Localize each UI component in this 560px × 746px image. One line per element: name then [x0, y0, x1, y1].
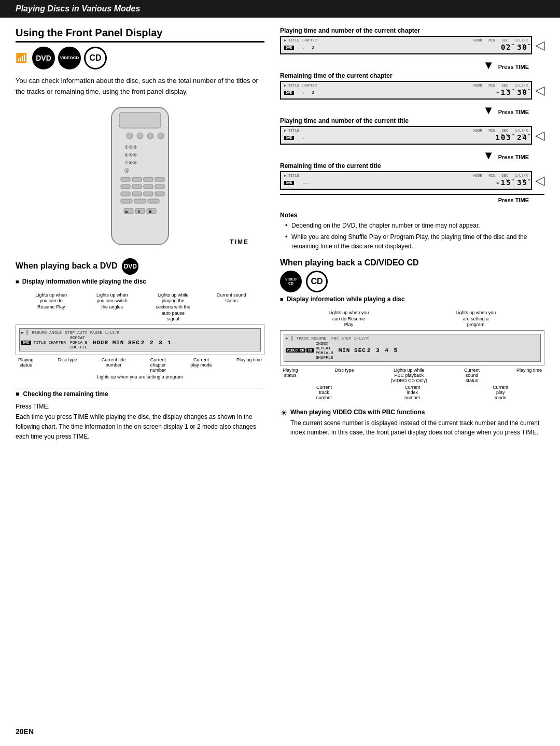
cd-annot-program: Lights up when you are setting a program [455, 310, 497, 328]
screen-dvd-1: DVD [284, 46, 294, 50]
svg-rect-15 [132, 185, 142, 189]
annot-title-num: Current titlenumber [102, 357, 126, 373]
screen-header-2: ▶ TITLE CHAPTER HOUR MIN SEC 1/L2/R [284, 83, 528, 88]
remaining-section: ■ Checking the remaining time Press TIME… [16, 388, 264, 442]
arrow-right-3: ◁ [535, 128, 544, 143]
svg-rect-20 [144, 192, 153, 196]
dvd-display-mockup: ▶ ‖ RESUME ANGLE STEP AUTO PAUSE 1/L2/R … [16, 325, 264, 355]
display-row-1: ▶ TITLE CHAPTER HOUR MIN SEC 1/L2/R DVD … [280, 36, 544, 54]
svg-rect-16 [144, 185, 153, 189]
svg-text:▶: ▶ [125, 209, 129, 214]
screen-body-1: DVD : 2 0̈2̈ 3̈0̈ [284, 43, 528, 52]
screen-body-4: DVD ... -1̈5̈ 3̈5̈ [284, 178, 528, 187]
notes-list: Depending on the DVD, the chapter number… [280, 221, 544, 251]
time-label: TIME [230, 238, 249, 246]
press-time-final: Press TIME [280, 194, 544, 203]
dvd-subtitle: When playing back a DVD DVD [16, 258, 264, 275]
dvd-bottom-annots: Playingstatus Disc type Current titlenum… [16, 357, 264, 373]
cd-annot-resume: Lights up when you can do Resume Play [328, 310, 370, 328]
remote-svg: ①②③ ④⑤⑥ ⑦⑧⑨ ⓪ [91, 105, 189, 250]
svg-rect-12 [144, 177, 153, 181]
svg-text:⓪: ⓪ [124, 168, 129, 173]
remaining-body: Each time you press TIME while playing t… [16, 412, 264, 442]
dvd-diagram-wrap: Lights up when you can do Resume Play Li… [16, 292, 264, 379]
screen-dvd-4: DVD [284, 181, 294, 185]
svg-rect-18 [121, 192, 130, 196]
page-number: 20EN [16, 727, 34, 736]
cd-annot-track: Currenttracknumber [316, 385, 332, 400]
display-title-4: Remaining time of the current title [280, 162, 544, 170]
svg-rect-1 [119, 112, 161, 128]
videocd-badge-cd: VIDEO CD [280, 271, 302, 292]
screen-4: ▶ TITLE HOUR MIN SEC 1/L2/R DVD ... -1̈5… [280, 171, 532, 190]
display-title-3: Playing time and number of the current t… [280, 117, 544, 124]
annot-angles: Lights up when you can switch the angles [94, 292, 130, 322]
svg-rect-21 [155, 192, 164, 196]
annot-play-mode: Currentplay mode [190, 357, 212, 373]
screen-1: ▶ TITLE CHAPTER HOUR MIN SEC 1/L2/R DVD … [280, 36, 532, 54]
screen-header-4: ▶ TITLE HOUR MIN SEC 1/L2/R [284, 174, 528, 178]
cd-annot-playmode: Currentplaymode [493, 385, 508, 400]
notes-section: Notes Depending on the DVD, the chapter … [280, 212, 544, 251]
cd-annot-pbc: Lights up whilePBC playback(VIDEO CD Onl… [390, 368, 427, 383]
time-display-section: Playing time and number of the current c… [280, 27, 544, 203]
svg-point-2 [127, 133, 133, 139]
annot-playing-status: Playingstatus [18, 357, 34, 373]
screen-body-3: DVD : 1̈0̈3̈ 2̈4̈ [284, 133, 528, 142]
screen-header-1: ▶ TITLE CHAPTER HOUR MIN SEC 1/L2/R [284, 38, 528, 43]
annot-sound: Current sound status [216, 292, 247, 322]
svg-rect-17 [155, 185, 164, 189]
down-arrow-1: ▼ Press TIME [280, 59, 544, 72]
display-title-2: Remaining time of the current chapter [280, 72, 544, 79]
svg-point-3 [137, 133, 143, 139]
cd-display-mockup: ▶ ‖ TRACK RESUME PBC STEP 1/L2/R VIDEO C… [280, 330, 544, 365]
arrow-right-2: ◁ [535, 83, 544, 97]
cd-badge-row: VIDEO CD CD [280, 271, 544, 292]
dvd-lcd: ▶ ‖ RESUME ANGLE STEP AUTO PAUSE 1/L2/R … [19, 328, 261, 351]
header-bar: Playing Discs in Various Modes [0, 0, 560, 18]
arrow-right-4: ◁ [535, 173, 544, 188]
down-arrow-2: ▼ Press TIME [280, 104, 544, 117]
remote-container: ①②③ ④⑤⑥ ⑦⑧⑨ ⓪ [16, 105, 264, 250]
display-title-1: Playing time and number of the current c… [280, 27, 544, 34]
svg-rect-10 [121, 177, 130, 181]
svg-rect-22 [121, 199, 132, 203]
section-title: Using the Front Panel Display [16, 27, 264, 43]
svg-text:④⑤⑥: ④⑤⑥ [124, 152, 137, 158]
annot-disc-type: Disc type [58, 357, 77, 373]
tip-icon: ☀ [280, 408, 287, 437]
svg-text:⏹: ⏹ [148, 209, 152, 214]
cd-section: When playing back a CD/VIDEO CD VIDEO CD… [280, 258, 544, 437]
page-content: Using the Front Panel Display 📶 DVD VIDE… [0, 27, 560, 442]
svg-text:⑦⑧⑨: ⑦⑧⑨ [124, 160, 137, 165]
cd-track-annots: Currenttracknumber Currentindexnumber Cu… [280, 385, 544, 400]
screen-3: ▶ TITLE HOUR MIN SEC 1/L2/R DVD : 1̈0̈3̈… [280, 126, 532, 145]
annot-autopause: Lights up while playing the sections wit… [155, 292, 191, 322]
svg-rect-13 [155, 177, 164, 181]
badge-row: 📶 DVD VIDEO CD CD [16, 47, 264, 69]
cd-lcd: ▶ ‖ TRACK RESUME PBC STEP 1/L2/R VIDEO C… [284, 334, 541, 362]
cd-bottom-annots: Playingstatus Disc type Lights up whileP… [280, 368, 544, 383]
display-block-1: Playing time and number of the current c… [280, 27, 544, 54]
header-title: Playing Discs in Various Modes [16, 4, 140, 13]
tip-text: When playing VIDEO CDs with PBC function… [290, 407, 544, 437]
tip-body: The current scene number is displayed in… [290, 418, 544, 437]
annot-program: Lights up when you are setting a program [16, 374, 264, 379]
display-row-3: ▶ TITLE HOUR MIN SEC 1/L2/R DVD : 1̈0̈3̈… [280, 126, 544, 145]
note-1: Depending on the DVD, the chapter number… [285, 221, 544, 230]
wifi-icon: 📶 [16, 52, 27, 64]
display-row-2: ▶ TITLE CHAPTER HOUR MIN SEC 1/L2/R DVD … [280, 81, 544, 100]
svg-rect-24 [148, 199, 159, 203]
svg-rect-19 [132, 192, 142, 196]
arrow-right-1: ◁ [535, 38, 544, 52]
screen-header-3: ▶ TITLE HOUR MIN SEC 1/L2/R [284, 129, 528, 133]
svg-rect-23 [134, 199, 146, 203]
cd-annot-disc: Disc type [335, 368, 354, 383]
left-column: Using the Front Panel Display 📶 DVD VIDE… [16, 27, 264, 442]
screen-2: ▶ TITLE CHAPTER HOUR MIN SEC 1/L2/R DVD … [280, 81, 532, 100]
dvd-top-annots: Lights up when you can do Resume Play Li… [16, 292, 264, 322]
screen-dvd-3: DVD [284, 136, 294, 140]
cd-annot-playing: Playingstatus [283, 368, 298, 383]
videocd-badge: VIDEO CD [58, 47, 81, 69]
display-row-4: ▶ TITLE HOUR MIN SEC 1/L2/R DVD ... -1̈5… [280, 171, 544, 190]
